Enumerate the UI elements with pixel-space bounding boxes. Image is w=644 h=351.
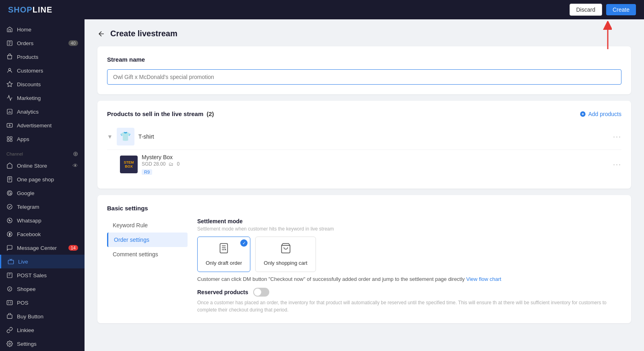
settlement-note: Customer can click DM button "Checkout n… bbox=[197, 276, 621, 282]
svg-marker-4 bbox=[7, 81, 12, 87]
sidebar-item-home[interactable]: Home bbox=[0, 23, 85, 36]
stream-name-input[interactable] bbox=[107, 69, 621, 85]
sidebar-label-telegram: Telegram bbox=[17, 204, 39, 210]
sidebar-item-analytics[interactable]: Analytics bbox=[0, 105, 85, 118]
sidebar-item-online-store[interactable]: Online Store 👁 bbox=[0, 159, 85, 172]
sidebar-label-orders: Orders bbox=[17, 40, 33, 46]
product-menu-button-mystery[interactable]: ··· bbox=[613, 160, 621, 169]
post-icon bbox=[6, 272, 13, 278]
topbar: SHOPLINE Discard Create bbox=[0, 0, 644, 19]
sidebar-item-orders[interactable]: Orders 40 bbox=[0, 36, 85, 50]
main-content: Create livestream Stream name Products t… bbox=[85, 19, 644, 351]
topbar-actions: Discard Create bbox=[570, 4, 636, 16]
sidebar-item-buy-button[interactable]: Buy Button bbox=[0, 309, 85, 323]
product-menu-button[interactable]: ··· bbox=[613, 133, 621, 141]
product-info-tshirt: T-shirt bbox=[138, 133, 609, 140]
sidebar-label-settings: Settings bbox=[17, 341, 37, 347]
sidebar-item-customers[interactable]: Customers bbox=[0, 64, 85, 77]
buy-icon bbox=[6, 313, 13, 320]
message-center-badge: 14 bbox=[68, 245, 78, 251]
draft-order-icon bbox=[218, 243, 229, 257]
sidebar-label-analytics: Analytics bbox=[17, 109, 39, 115]
product-chevron[interactable]: ▼ bbox=[107, 133, 113, 140]
sidebar-label-pos: POS bbox=[17, 300, 29, 306]
create-button[interactable]: Create bbox=[606, 4, 636, 15]
svg-point-13 bbox=[7, 204, 12, 209]
discard-button[interactable]: Discard bbox=[570, 4, 602, 16]
sidebar-item-facebook[interactable]: Facebook bbox=[0, 227, 85, 241]
settings-icon bbox=[6, 341, 13, 347]
sidebar-item-products[interactable]: Products bbox=[0, 50, 85, 64]
product-thumbnail-mystery: STEMBOX bbox=[120, 156, 138, 173]
discounts-icon bbox=[6, 81, 13, 87]
stream-name-label: Stream name bbox=[107, 56, 621, 63]
add-products-icon bbox=[580, 111, 586, 117]
sidebar-label-products: Products bbox=[17, 54, 38, 60]
reserved-products-toggle[interactable] bbox=[253, 288, 269, 297]
add-products-button[interactable]: Add products bbox=[580, 111, 622, 117]
sidebar-item-post-sales[interactable]: POST Sales bbox=[0, 268, 85, 282]
sidebar-item-one-page-shop[interactable]: One page shop bbox=[0, 172, 85, 186]
settlement-option-draft-order[interactable]: ✓ Only draft order bbox=[197, 237, 250, 272]
settings-content: Settlement mode Settlement mode when cus… bbox=[188, 218, 621, 314]
page-title: Create livestream bbox=[110, 29, 178, 38]
back-button[interactable] bbox=[97, 30, 105, 38]
sidebar-item-google[interactable]: Google bbox=[0, 186, 85, 200]
logo: SHOPLINE bbox=[8, 5, 52, 15]
product-name: Mystery Box bbox=[142, 154, 609, 160]
marketing-icon bbox=[6, 95, 13, 101]
sidebar-label-discounts: Discounts bbox=[17, 81, 41, 87]
svg-rect-19 bbox=[7, 301, 12, 305]
svg-rect-11 bbox=[8, 177, 12, 182]
reserved-products-label: Reserved products bbox=[197, 289, 248, 295]
sidebar-label-shopee: Shopee bbox=[17, 286, 36, 292]
sidebar-label-marketing: Marketing bbox=[17, 95, 41, 101]
svg-rect-8 bbox=[10, 137, 12, 139]
settlement-mode-desc: Settlement mode when customer hits the k… bbox=[197, 226, 621, 232]
svg-rect-23 bbox=[220, 243, 228, 253]
sidebar-item-apps[interactable]: Apps bbox=[0, 132, 85, 146]
sidebar-item-marketing[interactable]: Marketing bbox=[0, 91, 85, 105]
sidebar-label-post-sales: POST Sales bbox=[17, 272, 47, 278]
sidebar-label-advertisement: Advertisement bbox=[17, 123, 52, 129]
product-meta: SGD 28.00 🗂 0 bbox=[142, 161, 609, 167]
settings-nav-comment-settings[interactable]: Comment settings bbox=[107, 247, 188, 262]
product-thumbnail-tshirt: 👕 bbox=[117, 128, 134, 145]
sidebar-item-discounts[interactable]: Discounts bbox=[0, 77, 85, 91]
telegram-icon bbox=[6, 204, 13, 210]
svg-point-3 bbox=[8, 69, 10, 71]
sidebar-item-message-center[interactable]: Message Center 14 bbox=[0, 241, 85, 255]
shopping-cart-label: Only shopping cart bbox=[264, 260, 307, 266]
product-name: T-shirt bbox=[138, 133, 609, 140]
table-row: STEMBOX Mystery Box SGD 28.00 🗂 0 R9 ··· bbox=[107, 150, 621, 179]
settings-nav-keyword-rule[interactable]: Keyword Rule bbox=[107, 218, 188, 233]
sidebar-item-live[interactable]: Live bbox=[0, 255, 85, 268]
products-card: Products to sell in the live stream (2) … bbox=[97, 101, 631, 189]
sidebar-item-advertisement[interactable]: Advertisement bbox=[0, 118, 85, 132]
sidebar-item-linkiee[interactable]: Linkiee bbox=[0, 323, 85, 337]
sidebar-item-settings[interactable]: Settings bbox=[0, 337, 85, 351]
products-title: Products to sell in the live stream bbox=[107, 110, 203, 117]
sidebar-label-buy-button: Buy Button bbox=[17, 314, 43, 320]
page-header: Create livestream bbox=[97, 29, 631, 38]
settings-nav-order-settings[interactable]: Order settings bbox=[107, 233, 188, 247]
sidebar-label-apps: Apps bbox=[17, 136, 29, 142]
sidebar-item-telegram[interactable]: Telegram bbox=[0, 200, 85, 214]
sidebar-item-whatsapp[interactable]: Whatsapp bbox=[0, 214, 85, 227]
sidebar-label-customers: Customers bbox=[17, 68, 43, 74]
live-icon bbox=[8, 258, 14, 265]
product-price: SGD 28.00 bbox=[142, 161, 165, 167]
channel-add-button[interactable]: ⊕ bbox=[73, 151, 78, 157]
settlement-mode-label: Settlement mode bbox=[197, 218, 621, 224]
settlement-option-shopping-cart[interactable]: Only shopping cart bbox=[255, 237, 316, 272]
sidebar-label-facebook: Facebook bbox=[17, 231, 41, 237]
table-row: ▼ 👕 T-shirt ··· bbox=[107, 124, 621, 150]
basic-settings-card: Basic settings Keyword Rule Order settin… bbox=[97, 195, 631, 323]
link-icon bbox=[6, 327, 13, 333]
sidebar-item-shopee[interactable]: Shopee bbox=[0, 282, 85, 296]
sidebar-item-pos[interactable]: POS bbox=[0, 296, 85, 309]
settlement-note-text: Customer can click DM button "Checkout n… bbox=[197, 276, 465, 282]
view-flow-chart-link[interactable]: View flow chart bbox=[466, 276, 501, 282]
products-header: Products to sell in the live stream (2) … bbox=[107, 110, 621, 117]
customers-icon bbox=[6, 67, 13, 74]
